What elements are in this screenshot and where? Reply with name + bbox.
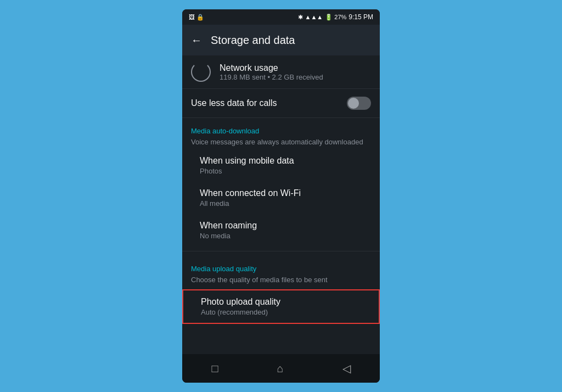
clock: 9:15 PM <box>349 13 373 21</box>
section-divider <box>182 251 380 251</box>
phone-screen: 🖼 🔒 ✱ ▲▲▲ 🔋 27% 9:15 PM ← Storage and da… <box>182 9 380 383</box>
when-connected-wifi-item[interactable]: When connected on Wi-Fi All media <box>182 182 380 214</box>
page-header: ← Storage and data <box>182 25 380 55</box>
status-bar: 🖼 🔒 ✱ ▲▲▲ 🔋 27% 9:15 PM <box>182 9 380 25</box>
when-using-mobile-data-item[interactable]: When using mobile data Photos <box>182 149 380 182</box>
roaming-title: When roaming <box>200 221 371 231</box>
roaming-subtitle: No media <box>200 232 371 240</box>
network-info: Network usage 119.8 MB sent • 2.2 GB rec… <box>220 63 323 81</box>
photo-upload-subtitle: Auto (recommended) <box>201 308 370 316</box>
network-usage-subtitle: 119.8 MB sent • 2.2 GB received <box>220 73 323 81</box>
home-button[interactable]: ⌂ <box>277 362 284 375</box>
less-data-row[interactable]: Use less data for calls <box>182 89 380 118</box>
wifi-subtitle: All media <box>200 199 371 208</box>
status-right-icons: ✱ ▲▲▲ 🔋 27% 9:15 PM <box>298 13 373 21</box>
status-left-icons: 🖼 🔒 <box>189 14 204 21</box>
less-data-toggle[interactable] <box>347 97 371 110</box>
bluetooth-icon: ✱ <box>298 14 303 21</box>
battery-indicator: 🔋 27% <box>325 14 346 21</box>
network-usage-title: Network usage <box>220 63 323 73</box>
mobile-data-subtitle: Photos <box>200 167 371 175</box>
back-button[interactable]: ← <box>191 34 202 47</box>
content-area: Network usage 119.8 MB sent • 2.2 GB rec… <box>182 55 380 354</box>
media-upload-quality-title: Media upload quality <box>191 265 371 273</box>
signal-icon: ▲▲▲ <box>305 14 323 20</box>
recents-button[interactable]: □ <box>211 362 218 375</box>
media-auto-download-desc: Voice messages are always automatically … <box>191 137 371 147</box>
bottom-nav: □ ⌂ ◁ <box>182 354 380 383</box>
media-auto-download-section: Media auto-download Voice messages are a… <box>182 118 380 149</box>
network-usage-row[interactable]: Network usage 119.8 MB sent • 2.2 GB rec… <box>182 55 380 89</box>
when-roaming-item[interactable]: When roaming No media <box>182 214 380 247</box>
notification-icons: 🖼 🔒 <box>189 14 204 21</box>
page-title: Storage and data <box>211 34 295 47</box>
photo-upload-quality-item[interactable]: Photo upload quality Auto (recommended) <box>182 289 380 324</box>
wifi-title: When connected on Wi-Fi <box>200 188 371 198</box>
photo-upload-title: Photo upload quality <box>201 297 370 307</box>
refresh-icon <box>191 62 211 82</box>
less-data-label: Use less data for calls <box>191 98 277 108</box>
media-upload-quality-desc: Choose the quality of media files to be … <box>191 275 371 285</box>
media-upload-quality-section: Media upload quality Choose the quality … <box>182 256 380 287</box>
back-nav-button[interactable]: ◁ <box>342 362 351 375</box>
media-auto-download-title: Media auto-download <box>191 127 371 135</box>
mobile-data-title: When using mobile data <box>200 156 371 166</box>
